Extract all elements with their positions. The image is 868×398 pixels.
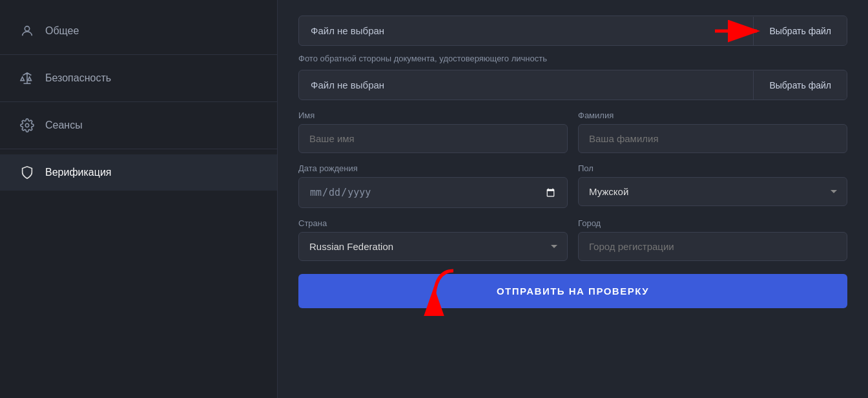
scale-icon <box>19 70 35 86</box>
city-group: Город <box>578 218 847 261</box>
file-upload-2-label: Фото обратной стороны документа, удостов… <box>298 54 847 63</box>
main-content: Файл не выбран Выбрать файл Фото обратно… <box>278 0 868 398</box>
country-city-row: Страна Russian Federation United States … <box>298 218 847 261</box>
sidebar-item-general[interactable]: Общее <box>0 13 277 49</box>
file-2-name: Файл не выбран <box>299 70 753 100</box>
sidebar: Общее Безопасность Сеансы Верификация <box>0 0 278 398</box>
sidebar-divider-1 <box>0 54 277 55</box>
last-name-label: Фамилия <box>578 110 847 120</box>
dob-group: Дата рождения <box>298 163 568 208</box>
country-select-wrapper: Russian Federation United States Germany <box>298 232 568 261</box>
gender-label: Пол <box>578 163 847 173</box>
file-upload-2-row: Файл не выбран Выбрать файл <box>298 70 847 100</box>
gender-group: Пол Мужской Женский <box>578 163 847 208</box>
country-group: Страна Russian Federation United States … <box>298 218 568 261</box>
sidebar-item-security-label: Безопасность <box>45 72 111 84</box>
user-icon <box>19 23 35 39</box>
svg-point-0 <box>25 26 29 31</box>
file-upload-1-row: Файл не выбран Выбрать файл <box>298 16 847 46</box>
dob-gender-row: Дата рождения Пол Мужской Женский <box>298 163 847 208</box>
dob-label: Дата рождения <box>298 163 568 173</box>
file-2-button[interactable]: Выбрать файл <box>753 71 847 100</box>
svg-point-2 <box>25 123 29 127</box>
first-name-input[interactable] <box>298 124 568 153</box>
file-1-name: Файл не выбран <box>299 16 753 45</box>
arrow-down-annotation <box>415 264 466 316</box>
submit-button[interactable]: ОТПРАВИТЬ НА ПРОВЕРКУ <box>298 274 847 308</box>
shield-icon <box>19 165 35 180</box>
city-input[interactable] <box>578 232 847 261</box>
gender-select[interactable]: Мужской Женский <box>578 177 847 206</box>
dob-input[interactable] <box>298 177 568 208</box>
last-name-input[interactable] <box>578 124 847 153</box>
sidebar-divider-3 <box>0 149 277 149</box>
country-select[interactable]: Russian Federation United States Germany <box>298 232 568 261</box>
sidebar-item-verification[interactable]: Верификация <box>0 154 277 191</box>
arrow-right-annotation <box>712 16 770 46</box>
file-upload-1-container: Файл не выбран Выбрать файл <box>298 16 847 46</box>
gear-icon <box>19 118 35 133</box>
sidebar-item-verification-label: Верификация <box>45 167 112 178</box>
sidebar-divider-2 <box>0 101 277 102</box>
sidebar-item-sessions[interactable]: Сеансы <box>0 107 277 143</box>
city-label: Город <box>578 218 847 228</box>
country-label: Страна <box>298 218 568 228</box>
name-row: Имя Фамилия <box>298 110 847 153</box>
first-name-label: Имя <box>298 110 568 120</box>
last-name-group: Фамилия <box>578 110 847 153</box>
sidebar-item-general-label: Общее <box>45 25 79 37</box>
sidebar-item-security[interactable]: Безопасность <box>0 60 277 96</box>
first-name-group: Имя <box>298 110 568 153</box>
sidebar-item-sessions-label: Сеансы <box>45 120 83 131</box>
